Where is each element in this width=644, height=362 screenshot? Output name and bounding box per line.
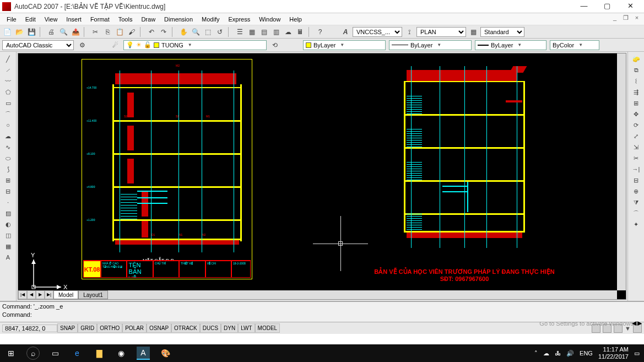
- tray-notifications-icon[interactable]: ▭: [634, 350, 640, 357]
- maximize-button[interactable]: ▢: [596, 1, 619, 13]
- plotstyle-combo[interactable]: ByColor ▼: [550, 40, 599, 50]
- cut-icon[interactable]: ✂: [90, 27, 100, 37]
- tab-nav-next[interactable]: ▶: [36, 290, 45, 299]
- zoom-prev-icon[interactable]: ↺: [215, 27, 225, 37]
- join-icon[interactable]: ⊕: [631, 186, 642, 196]
- tab-nav-prev[interactable]: ◀: [27, 290, 36, 299]
- search-icon[interactable]: ⌕: [26, 347, 40, 360]
- tab-nav-last[interactable]: ▶|: [45, 290, 53, 299]
- copy-obj-icon[interactable]: ⧉: [631, 65, 642, 75]
- region-icon[interactable]: ◫: [3, 230, 14, 240]
- spline-icon[interactable]: ∿: [3, 142, 14, 152]
- mdi-close-icon[interactable]: ×: [633, 14, 641, 22]
- vertical-scrollbar[interactable]: [617, 53, 626, 290]
- comm-center-icon[interactable]: [592, 324, 600, 333]
- undo-icon[interactable]: ↶: [147, 27, 156, 37]
- menu-dimension[interactable]: Dimension: [160, 15, 197, 24]
- ellipse-icon[interactable]: ⬭: [3, 153, 14, 163]
- menu-view[interactable]: View: [40, 15, 62, 24]
- copy-icon[interactable]: ⎘: [102, 27, 112, 37]
- polygon-icon[interactable]: ⬠: [3, 87, 14, 97]
- rotate-icon[interactable]: ⟳: [631, 120, 642, 130]
- start-icon[interactable]: ⊞: [4, 347, 18, 360]
- toggle-snap[interactable]: SNAP: [57, 323, 78, 333]
- dim-style-combo[interactable]: PLAN: [416, 27, 466, 37]
- cmd-scroll-right-icon[interactable]: ▶: [637, 320, 642, 327]
- table-style-combo[interactable]: Standard: [480, 27, 524, 37]
- point-icon[interactable]: ·: [3, 197, 14, 207]
- textstyle-a-icon[interactable]: A: [340, 27, 350, 37]
- print-preview-icon[interactable]: 🔍: [58, 27, 68, 37]
- menu-tools[interactable]: Tools: [114, 15, 137, 24]
- command-prompt[interactable]: Command:: [2, 311, 642, 320]
- hatch-icon[interactable]: ▨: [3, 208, 14, 218]
- drawing-viewport[interactable]: +14.700 +11.400 +8.100 +4.800 +1.200 M2 …: [18, 53, 626, 300]
- layer-combo[interactable]: 💡 ☀ 🔓 TUONG ▼: [123, 40, 267, 50]
- menu-edit[interactable]: Edit: [21, 15, 40, 24]
- taskview-icon[interactable]: ▭: [48, 347, 62, 360]
- tray-clock[interactable]: 11:17 AM 11/22/2017: [598, 346, 629, 360]
- toggle-otrack[interactable]: OTRACK: [171, 323, 200, 333]
- menu-format[interactable]: Format: [86, 15, 114, 24]
- toggle-grid[interactable]: GRID: [78, 323, 97, 333]
- menu-insert[interactable]: Insert: [62, 15, 86, 24]
- paint-icon[interactable]: 🎨: [159, 347, 172, 360]
- explorer-icon[interactable]: ▇: [93, 347, 106, 360]
- tray-network-icon[interactable]: 🖧: [555, 350, 561, 356]
- minimize-button[interactable]: —: [572, 1, 596, 13]
- zoom-window-icon[interactable]: ⬚: [203, 27, 213, 37]
- tablestyle-icon[interactable]: ▦: [468, 27, 478, 37]
- workspace-settings-icon[interactable]: ⚙: [77, 40, 87, 50]
- tray-lang[interactable]: ENG: [580, 350, 593, 356]
- pan-icon[interactable]: ✋: [178, 27, 188, 37]
- match-prop-icon[interactable]: 🖌: [127, 27, 137, 37]
- quickcalc-icon[interactable]: 🖩: [295, 27, 305, 37]
- revcloud-icon[interactable]: ☁: [3, 131, 14, 141]
- tray-volume-icon[interactable]: 🔊: [566, 350, 574, 357]
- tool-palettes-icon[interactable]: ▤: [259, 27, 269, 37]
- ellipse-arc-icon[interactable]: ⟆: [3, 164, 14, 174]
- markup-icon[interactable]: ☁: [283, 27, 293, 37]
- block-insert-icon[interactable]: ⊞: [3, 175, 14, 185]
- lineweight-combo[interactable]: ByLayer ▼: [475, 40, 546, 50]
- chrome-icon[interactable]: ◉: [115, 347, 128, 360]
- new-icon[interactable]: 📄: [2, 27, 12, 37]
- open-icon[interactable]: 📂: [14, 27, 24, 37]
- tab-model[interactable]: Model: [53, 290, 78, 299]
- close-button[interactable]: ✕: [619, 1, 642, 13]
- offset-icon[interactable]: ⇶: [631, 87, 642, 97]
- properties-icon[interactable]: ☰: [235, 27, 245, 37]
- toggle-model[interactable]: MODEL: [255, 323, 280, 333]
- menu-file[interactable]: File: [2, 15, 21, 24]
- redo-icon[interactable]: ↷: [159, 27, 169, 37]
- zoom-realtime-icon[interactable]: 🔍: [191, 27, 201, 37]
- rectangle-icon[interactable]: ▭: [3, 98, 14, 108]
- menu-draw[interactable]: Draw: [137, 15, 160, 24]
- mdi-minimize-icon[interactable]: _: [611, 14, 619, 22]
- tray-onedrive-icon[interactable]: ☁: [543, 350, 549, 357]
- paste-icon[interactable]: 📋: [115, 27, 125, 37]
- pline-icon[interactable]: 〰: [3, 76, 14, 86]
- text-style-combo[interactable]: VNCCSS_...: [353, 27, 402, 37]
- clean-screen-icon[interactable]: [614, 324, 623, 333]
- stretch-icon[interactable]: ⇲: [631, 142, 642, 152]
- array-icon[interactable]: ⊞: [631, 98, 642, 108]
- layer-manager-icon[interactable]: ☄: [110, 40, 120, 50]
- sheet-set-icon[interactable]: ▥: [271, 27, 281, 37]
- table-icon[interactable]: ▦: [3, 241, 14, 251]
- break-icon[interactable]: ⊟: [631, 175, 642, 185]
- linetype-combo[interactable]: ByLayer ▼: [389, 40, 472, 50]
- arc-icon[interactable]: ⌒: [3, 109, 14, 119]
- extend-icon[interactable]: →|: [631, 164, 642, 174]
- toggle-dyn[interactable]: DYN: [221, 323, 238, 333]
- circle-icon[interactable]: ○: [3, 120, 14, 130]
- color-combo[interactable]: ByLayer ▼: [303, 40, 386, 50]
- layer-prev-icon[interactable]: ⟲: [270, 40, 280, 50]
- erase-icon[interactable]: 🧽: [631, 54, 642, 64]
- block-make-icon[interactable]: ⊟: [3, 186, 14, 196]
- tab-nav-first[interactable]: |◀: [18, 290, 27, 299]
- toggle-ortho[interactable]: ORTHO: [97, 323, 122, 333]
- edge-icon[interactable]: e: [71, 347, 84, 360]
- explode-icon[interactable]: ✦: [631, 219, 642, 229]
- help-icon[interactable]: ?: [315, 27, 325, 37]
